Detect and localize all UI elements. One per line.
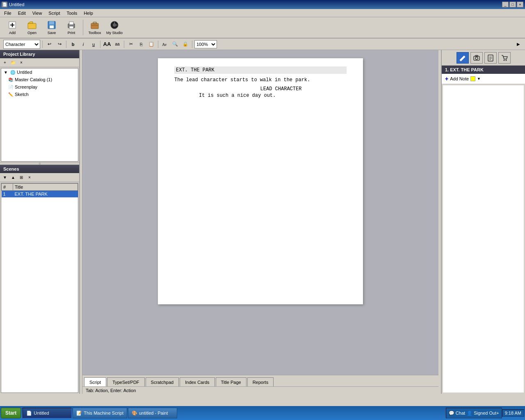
tray-status[interactable]: 👤 Signed Out+ <box>467 411 499 416</box>
paste-button[interactable]: 📋 <box>147 40 156 48</box>
cut-button[interactable]: ✂ <box>126 40 135 48</box>
menu-edit[interactable]: Edit <box>15 10 29 16</box>
start-button[interactable]: Start <box>1 408 21 418</box>
underline-button[interactable]: u <box>89 40 98 48</box>
format-sep-4 <box>124 41 124 48</box>
dialogue-content: It is such a nice day out. <box>199 93 276 98</box>
scenes-down-button[interactable]: ▼ <box>2 174 8 181</box>
add-button[interactable]: Add <box>3 18 21 37</box>
taskbar: Start 📄 Untitled 📝 This Machine Script 🎨… <box>0 406 525 420</box>
tree-label-screenplay: Screenplay <box>15 84 37 89</box>
title-bar-controls[interactable]: _ □ × <box>502 2 523 7</box>
taskbar-label-machine: This Machine Script <box>84 411 123 415</box>
menu-file[interactable]: File <box>1 10 15 16</box>
taskbar-icon-paint: 🎨 <box>132 411 137 416</box>
svg-marker-4 <box>28 22 33 23</box>
tray-chat[interactable]: 💬 Chat <box>449 411 465 416</box>
menu-script[interactable]: Script <box>45 10 63 16</box>
scenes-col-title: Title <box>13 184 78 191</box>
scene-num-1: 1 <box>2 191 13 198</box>
tree-item-master-catalog[interactable]: 📚 Master Catalog (1) <box>1 76 78 83</box>
scenes-title: Scenes <box>3 167 19 171</box>
tab-scratchpad[interactable]: Scratchpad <box>146 377 179 386</box>
open-icon <box>27 20 37 30</box>
right-tool-pencil[interactable] <box>457 52 469 64</box>
script-area[interactable]: EXT. THE PARK The lead character starts … <box>82 50 438 375</box>
right-tool-cart[interactable] <box>498 52 511 64</box>
tree-catalog-icon: 📚 <box>8 77 14 82</box>
bottom-tabs: Script TypeSet/PDF Scratchpad Index Card… <box>82 375 438 386</box>
scene-heading-text: EXT. THE PARK <box>174 66 347 74</box>
pencil-icon <box>459 54 466 62</box>
tree-screenplay-icon: 📄 <box>8 84 14 90</box>
tab-title-page[interactable]: Title Page <box>216 377 247 386</box>
spell-check-button[interactable]: Av <box>160 40 169 48</box>
right-tool-document[interactable] <box>484 52 497 64</box>
tree-item-sketch[interactable]: ✏️ Sketch <box>1 91 78 98</box>
right-notes-area <box>443 85 524 393</box>
menu-tools[interactable]: Tools <box>63 10 80 16</box>
left-panel: Project Library + 📁 × ▼ 🌐 Untitled 📚 Mas… <box>0 50 80 394</box>
scenes-close-button[interactable]: × <box>26 174 33 181</box>
tab-title-page-label: Title Page <box>221 380 241 385</box>
taskbar-item-untitled[interactable]: 📄 Untitled <box>23 408 72 418</box>
toolbox-label: Toolbox <box>88 31 101 35</box>
scenes-grid-button[interactable]: ⊞ <box>18 174 25 181</box>
scene-row-1[interactable]: 1 EXT. THE PARK <box>2 191 78 198</box>
zoom-select[interactable]: 100% 50% 75% 125% 150% <box>194 40 217 48</box>
tab-script[interactable]: Script <box>84 377 106 387</box>
save-button[interactable]: Save <box>43 18 61 37</box>
open-button[interactable]: Open <box>23 18 41 37</box>
pl-folder-button[interactable]: 📁 <box>10 59 16 66</box>
search-button[interactable]: 🔍 <box>171 40 180 48</box>
tree-project-icon: 🌐 <box>10 69 16 75</box>
italic-button[interactable]: i <box>79 40 88 48</box>
taskbar-item-machine[interactable]: 📝 This Machine Script <box>73 408 127 418</box>
tab-typeset[interactable]: TypeSet/PDF <box>107 377 144 386</box>
undo-button[interactable]: ↩ <box>45 40 54 48</box>
toolbox-button[interactable]: Toolbox <box>86 18 104 37</box>
format-toolbar: Character Scene Heading Action Dialogue … <box>0 39 525 50</box>
tab-reports[interactable]: Reports <box>247 377 274 386</box>
font-smaller-button[interactable]: aa <box>113 40 122 48</box>
bold-button[interactable]: b <box>68 40 78 48</box>
menu-help[interactable]: Help <box>80 10 96 16</box>
scenes-up-button[interactable]: ▲ <box>10 174 16 181</box>
title-bar: 📄 Untitled _ □ × <box>0 0 525 9</box>
print-button[interactable]: Print <box>62 18 80 37</box>
save-label: Save <box>48 31 56 35</box>
scene-heading-content: EXT. THE PARK <box>176 67 215 73</box>
print-icon <box>66 20 76 30</box>
minimize-button[interactable]: _ <box>502 2 509 7</box>
lock-button[interactable]: 🔒 <box>181 40 190 48</box>
format-sep-3 <box>100 41 100 48</box>
copy-button[interactable]: ⎘ <box>137 40 146 48</box>
tab-index-cards[interactable]: Index Cards <box>180 377 215 386</box>
document-icon <box>487 54 494 62</box>
svg-point-27 <box>505 59 507 61</box>
taskbar-label-untitled: Untitled <box>34 411 49 415</box>
tree-item-untitled[interactable]: ▼ 🌐 Untitled <box>1 68 78 76</box>
format-expand-button[interactable]: ▶ <box>515 40 522 48</box>
taskbar-icon-machine: 📝 <box>76 411 82 416</box>
pl-add-button[interactable]: + <box>2 59 8 66</box>
font-larger-button[interactable]: AA <box>103 40 112 48</box>
right-tool-camera[interactable] <box>470 52 483 64</box>
pl-close-button[interactable]: × <box>18 59 25 66</box>
menu-view[interactable]: View <box>29 10 46 16</box>
add-note-button[interactable]: + <box>445 75 448 82</box>
format-sep-2 <box>66 41 66 48</box>
redo-button[interactable]: ↪ <box>55 40 64 48</box>
taskbar-item-paint[interactable]: 🎨 untitled - Paint <box>128 408 177 418</box>
style-select[interactable]: Character Scene Heading Action Dialogue … <box>3 40 40 49</box>
action-line-text: The lead character starts to walk in the… <box>174 77 347 83</box>
project-library-section: Project Library + 📁 × ▼ 🌐 Untitled 📚 Mas… <box>0 50 79 165</box>
mystudio-button[interactable]: My Studio <box>105 18 123 37</box>
close-button[interactable]: × <box>517 2 523 7</box>
note-color-arrow[interactable]: ▼ <box>477 77 481 81</box>
tree-item-screenplay[interactable]: 📄 Screenplay <box>1 83 78 91</box>
right-add-note-bar: + Add Note ▼ <box>442 74 525 84</box>
maximize-button[interactable]: □ <box>509 2 516 7</box>
note-color-picker[interactable] <box>470 76 475 81</box>
svg-text:Av: Av <box>162 42 167 47</box>
